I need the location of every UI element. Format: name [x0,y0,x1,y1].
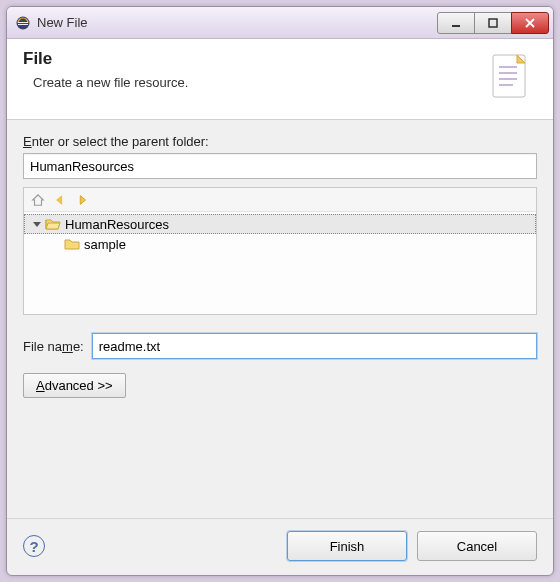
svg-rect-2 [18,24,28,25]
parent-folder-label: Enter or select the parent folder: [23,134,537,149]
finish-button[interactable]: Finish [287,531,407,561]
dialog-window: New File File Create a new file resource… [6,6,554,576]
filename-label: File name: [23,339,84,354]
dialog-header: File Create a new file resource. [7,39,553,120]
tree-item[interactable]: HumanResources [24,214,536,234]
tree-item-label: sample [84,237,126,252]
folder-tree-panel: HumanResourcessample [23,187,537,315]
cancel-button[interactable]: Cancel [417,531,537,561]
folder-open-icon [45,216,61,232]
svg-rect-1 [18,22,28,23]
minimize-button[interactable] [437,12,475,34]
parent-folder-input[interactable] [23,153,537,179]
home-icon[interactable] [30,192,46,208]
window-title: New File [37,15,438,30]
window-controls [438,12,549,34]
help-icon[interactable]: ? [23,535,45,557]
dialog-heading: File [23,49,479,69]
new-file-icon [487,49,537,105]
expander-open-icon[interactable] [31,218,43,230]
svg-rect-4 [489,19,497,27]
tree-item[interactable]: sample [24,234,536,254]
close-button[interactable] [511,12,549,34]
folder-tree[interactable]: HumanResourcessample [24,212,536,314]
maximize-button[interactable] [474,12,512,34]
dialog-footer: ? Finish Cancel [7,518,553,575]
expander-none-icon [50,238,62,250]
dialog-description: Create a new file resource. [33,75,479,90]
tree-item-label: HumanResources [65,217,169,232]
titlebar[interactable]: New File [7,7,553,39]
folder-icon [64,236,80,252]
dialog-content: Enter or select the parent folder: Human… [7,120,553,518]
forward-icon[interactable] [74,192,90,208]
tree-toolbar [24,188,536,212]
advanced-button[interactable]: Advanced >> [23,373,126,398]
filename-input[interactable] [92,333,537,359]
back-icon[interactable] [52,192,68,208]
eclipse-icon [15,15,31,31]
svg-rect-3 [452,25,460,27]
